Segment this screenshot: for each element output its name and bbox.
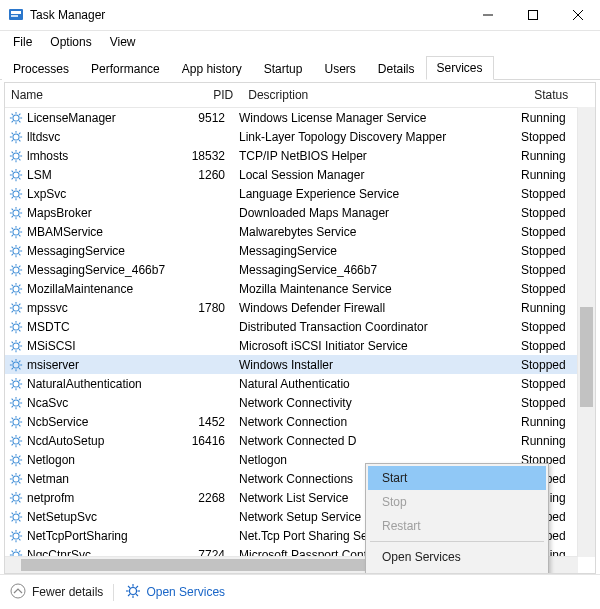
service-status: Stopped [519,225,581,239]
svg-line-194 [19,493,20,494]
tab-startup[interactable]: Startup [253,57,314,80]
tab-performance[interactable]: Performance [80,57,171,80]
svg-line-195 [12,500,13,501]
svg-line-186 [12,481,13,482]
table-row[interactable]: LxpSvcLanguage Experience ServiceStopped [5,184,595,203]
table-row[interactable]: MozillaMaintenanceMozilla Maintenance Se… [5,279,595,298]
table-row[interactable]: msiserverWindows InstallerStopped [5,355,595,374]
table-row[interactable]: MapsBrokerDownloaded Maps ManagerStopped [5,203,595,222]
open-services-link[interactable]: Open Services [113,584,225,601]
svg-line-59 [19,208,20,209]
svg-line-84 [12,265,13,266]
svg-point-124 [13,361,19,367]
service-desc: Distributed Transaction Coordinator [233,320,519,334]
table-row[interactable]: LicenseManager9512Windows License Manage… [5,108,595,127]
vertical-scrollbar[interactable] [577,107,595,557]
header-name[interactable]: Name [5,83,179,107]
tab-app-history[interactable]: App history [171,57,253,80]
service-name: MozillaMaintenance [27,282,133,296]
tab-services[interactable]: Services [426,56,494,80]
svg-line-149 [19,398,20,399]
service-name: mpssvc [27,301,68,315]
table-row[interactable]: NcbService1452Network ConnectionRunning [5,412,595,431]
table-row[interactable]: LSM1260Local Session ManagerRunning [5,165,595,184]
svg-line-140 [19,379,20,380]
svg-rect-1 [11,11,21,14]
service-desc: MessagingService_466b7 [233,263,519,277]
tabs: Processes Performance App history Startu… [0,53,600,80]
gear-icon [9,187,23,201]
table-row[interactable]: MSiSCSIMicrosoft iSCSI Initiator Service… [5,336,595,355]
header-status[interactable]: Status [528,83,595,107]
table-row[interactable]: MessagingService_466b7MessagingService_4… [5,260,595,279]
svg-line-105 [12,310,13,311]
table-row[interactable]: MSDTCDistributed Transaction Coordinator… [5,317,595,336]
close-button[interactable] [555,0,600,30]
service-name: MSDTC [27,320,70,334]
table-row[interactable]: NaturalAuthenticationNatural Authenticat… [5,374,595,393]
context-menu: Start Stop Restart Open Services Search … [365,463,549,574]
vertical-scroll-thumb[interactable] [580,307,593,407]
table-row[interactable]: NcdAutoSetup16416Network Connected DRunn… [5,431,595,450]
service-name: Netman [27,472,69,486]
service-pid: 2268 [177,491,233,505]
tab-processes[interactable]: Processes [2,57,80,80]
ctx-search-online[interactable]: Search online [368,569,546,574]
header-description[interactable]: Description [242,83,528,107]
service-name: LSM [27,168,52,182]
svg-line-95 [19,284,20,285]
gear-icon [9,149,23,163]
service-desc: Windows License Manager Service [233,111,519,125]
chevron-up-icon [10,583,26,602]
fewer-details-button[interactable]: Fewer details [10,583,103,602]
gear-icon [9,529,23,543]
service-name: msiserver [27,358,79,372]
service-name: NaturalAuthentication [27,377,142,391]
svg-line-174 [12,455,13,456]
service-status: Running [519,434,581,448]
svg-line-176 [19,455,20,456]
svg-line-192 [12,493,13,494]
svg-line-121 [19,348,20,349]
minimize-button[interactable] [465,0,510,30]
table-row[interactable]: NcaSvcNetwork ConnectivityStopped [5,393,595,412]
svg-line-66 [12,227,13,228]
svg-line-157 [19,424,20,425]
svg-line-201 [12,512,13,513]
menu-view[interactable]: View [101,33,145,51]
table-row[interactable]: MessagingServiceMessagingServiceStopped [5,241,595,260]
maximize-button[interactable] [510,0,555,30]
svg-line-150 [12,405,13,406]
svg-line-156 [12,417,13,418]
service-name: MessagingService [27,244,125,258]
table-row[interactable]: lmhosts18532TCP/IP NetBIOS HelperRunning [5,146,595,165]
menu-options[interactable]: Options [41,33,100,51]
window-title: Task Manager [30,8,105,22]
svg-line-30 [12,151,13,152]
svg-point-205 [13,532,19,538]
tab-users[interactable]: Users [313,57,366,80]
service-desc: Windows Defender Firewall [233,301,519,315]
svg-line-87 [12,272,13,273]
gear-icon [9,282,23,296]
gear-icon [9,320,23,334]
table-row[interactable]: lltdsvcLink-Layer Topology Discovery Map… [5,127,595,146]
table-row[interactable]: MBAMServiceMalwarebytes ServiceStopped [5,222,595,241]
tab-details[interactable]: Details [367,57,426,80]
svg-line-13 [19,120,20,121]
svg-point-43 [13,190,19,196]
header-pid[interactable]: PID [179,83,242,107]
titlebar[interactable]: Task Manager [0,0,600,31]
service-status: Stopped [519,263,581,277]
ctx-open-services[interactable]: Open Services [368,545,546,569]
gear-icon [9,111,23,125]
svg-point-16 [13,133,19,139]
service-desc: Malwarebytes Service [233,225,519,239]
svg-line-231 [136,586,138,588]
table-row[interactable]: mpssvc1780Windows Defender FirewallRunni… [5,298,595,317]
ctx-start[interactable]: Start [368,466,546,490]
svg-line-159 [12,424,13,425]
svg-line-113 [19,322,20,323]
menu-file[interactable]: File [4,33,41,51]
svg-line-42 [12,177,13,178]
